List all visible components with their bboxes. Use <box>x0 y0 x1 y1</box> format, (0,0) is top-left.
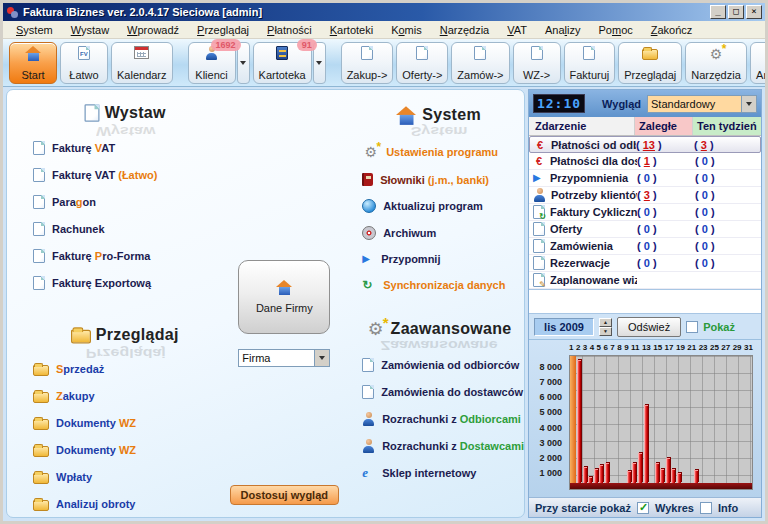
link-aktualizuj-program[interactable]: Aktualizuj program <box>362 199 524 213</box>
link-dokumenty-wz[interactable]: Dokumenty WZ <box>33 416 226 430</box>
link-fakturę-vat[interactable]: Fakturę VAT <box>33 141 226 155</box>
link-rachunek[interactable]: Rachunek <box>33 222 226 236</box>
toolbar-button-klienci[interactable]: Klienci1692 <box>188 42 236 84</box>
event-row-oferty[interactable]: Oferty( 0 )( 0 ) <box>529 221 761 238</box>
zalegle-count: ( 0 ) <box>637 223 695 235</box>
column-header-ten-tydzien[interactable]: Ten tydzień <box>693 117 761 135</box>
client-icon <box>533 188 546 202</box>
toolbar-button-wz[interactable]: WZ-> <box>513 42 561 84</box>
link-sklep-internetowy[interactable]: Sklep internetowy <box>362 466 524 479</box>
event-row-płatności-dla-dostawcy[interactable]: Płatności dla dostawcy( 1 )( 0 ) <box>529 153 761 170</box>
link-fakturę-pro-forma[interactable]: Fakturę Pro-Forma <box>33 249 226 263</box>
menu-item-kartoteki[interactable]: Kartoteki <box>321 23 382 37</box>
link-synchronizacja-danych[interactable]: Synchronizacja danych <box>362 278 524 292</box>
link-label: Fakturę Exportową <box>52 277 151 289</box>
event-row-faktury-cykliczne[interactable]: Faktury Cykliczne( 0 )( 0 ) <box>529 204 761 221</box>
cyclic-doc-icon <box>533 205 545 219</box>
toolbar-button-label: Narzędzia <box>691 69 741 81</box>
x-tick-label: 27 <box>721 343 730 352</box>
link-fakturę-vat-łatwo[interactable]: Fakturę VAT (Łatwo) <box>33 168 226 182</box>
menu-item-vat[interactable]: VAT <box>498 23 536 37</box>
link-wpłaty[interactable]: Wpłaty <box>33 470 226 484</box>
spinner-down-icon[interactable]: ▼ <box>599 327 612 336</box>
pokaz-checkbox[interactable] <box>686 321 698 333</box>
ten-tydzien-count: ( 3 ) <box>694 139 758 151</box>
info-checkbox[interactable] <box>700 502 712 514</box>
toolbar-button-fakturuj[interactable]: Fakturuj <box>564 42 616 84</box>
event-row-płatności-od-odbiorcy[interactable]: Płatności od odbiorcy( 13 )( 3 ) <box>529 136 761 153</box>
x-tick-label: 6 <box>603 343 607 352</box>
menu-item-komis[interactable]: Komis <box>382 23 431 37</box>
event-row-zamówienia[interactable]: Zamówienia( 0 )( 0 ) <box>529 238 761 255</box>
link-zamówienia-do-dostawców[interactable]: Zamówienia do dostawców <box>362 385 524 399</box>
close-button[interactable]: × <box>746 5 762 19</box>
link-przypomnij[interactable]: Przypomnij <box>362 253 524 265</box>
month-spinner-value[interactable]: lis 2009 <box>534 318 594 336</box>
toolbar-button-start[interactable]: Start <box>9 42 57 84</box>
event-row-potrzeby-klientów[interactable]: Potrzeby klientów( 3 )( 0 ) <box>529 187 761 204</box>
x-tick-label: 23 <box>699 343 708 352</box>
column-header-zdarzenie[interactable]: Zdarzenie <box>529 117 635 135</box>
maximize-button[interactable]: □ <box>728 5 744 19</box>
chevron-down-icon[interactable] <box>741 96 756 112</box>
event-row-rezerwacje[interactable]: Rezerwacje( 0 )( 0 ) <box>529 255 761 272</box>
toolbar-button-zakup[interactable]: Zakup-> <box>341 42 394 84</box>
ie-icon <box>362 466 375 479</box>
link-zakupy[interactable]: Zakupy <box>33 389 226 403</box>
link-label: Paragon <box>52 196 96 208</box>
x-tick-label: 25 <box>710 343 719 352</box>
month-spinner-buttons[interactable]: ▲▼ <box>599 318 612 336</box>
minimize-button[interactable]: _ <box>710 5 726 19</box>
toolbar-button-oferty[interactable]: Oferty-> <box>396 42 448 84</box>
doc-icon <box>361 46 373 60</box>
invoice-doc-icon <box>78 46 90 60</box>
dostosuj-wyglad-button[interactable]: Dostosuj wygląd <box>230 485 339 505</box>
link-label: Fakturę VAT (Łatwo) <box>52 169 157 181</box>
refresh-button[interactable]: Odśwież <box>617 317 681 337</box>
link-fakturę-exportową[interactable]: Fakturę Exportową <box>33 276 226 290</box>
toolbar-button-analizy[interactable]: Analizy <box>750 42 768 84</box>
menu-item-płatności[interactable]: Płatności <box>258 23 321 37</box>
event-row-zaplanowane-wizyty[interactable]: Zaplanowane wizyty <box>529 272 761 289</box>
firma-select[interactable]: Firma <box>238 349 330 367</box>
link-sprzedaż[interactable]: Sprzedaż <box>33 362 226 376</box>
menu-item-wprowadź[interactable]: Wprowadź <box>118 23 188 37</box>
toolbar-group-start: Start <box>9 42 57 84</box>
y-tick-label: 4 000 <box>539 423 562 433</box>
menu-item-analizy[interactable]: Analizy <box>536 23 589 37</box>
menu-item-pomoc[interactable]: Pomoc <box>590 23 642 37</box>
link-rozrachunki-z-odbiorcami[interactable]: Rozrachunki z Odbiorcami <box>362 412 524 426</box>
link-ustawienia-programu[interactable]: Ustawienia programu <box>362 144 524 160</box>
menu-item-system[interactable]: System <box>7 23 62 37</box>
link-zamówienia-od-odbiorców[interactable]: Zamówienia od odbiorców <box>362 358 524 372</box>
home-icon <box>275 280 293 295</box>
toolbar-button-przeglądaj[interactable]: Przeglądaj <box>618 42 682 84</box>
dane-firmy-button[interactable]: Dane Firmy <box>238 260 330 334</box>
section-title-reflection: Wystaw <box>25 124 226 138</box>
wykres-checkbox[interactable] <box>637 502 649 514</box>
event-row-przypomnienia[interactable]: Przypomnienia( 0 )( 0 ) <box>529 170 761 187</box>
menu-item-zakończ[interactable]: Zakończ <box>642 23 702 37</box>
menu-item-narzędzia[interactable]: Narzędzia <box>431 23 499 37</box>
menu-item-wystaw[interactable]: Wystaw <box>62 23 118 37</box>
link-dokumenty-wz[interactable]: Dokumenty WZ <box>33 443 226 457</box>
link-label: Słowniki (j.m., banki) <box>380 174 489 186</box>
chevron-down-icon[interactable] <box>314 350 329 366</box>
column-header-zalegle[interactable]: Zaległe <box>635 117 693 135</box>
wyglad-select[interactable]: Standardowy <box>647 95 757 113</box>
toolbar-button-zamów[interactable]: Zamów-> <box>451 42 509 84</box>
link-słowniki-j-m-banki[interactable]: Słowniki (j.m., banki) <box>362 173 524 186</box>
spinner-up-icon[interactable]: ▲ <box>599 318 612 327</box>
link-archiwum[interactable]: Archiwum <box>362 226 524 240</box>
link-analizuj-obroty[interactable]: Analizuj obroty <box>33 497 226 511</box>
event-label: Faktury Cykliczne <box>550 206 637 218</box>
count-badge: 91 <box>297 39 317 51</box>
link-rozrachunki-z-dostawcami[interactable]: Rozrachunki z Dostawcami <box>362 439 524 453</box>
toolbar-button-łatwo[interactable]: Łatwo <box>60 42 108 84</box>
toolbar-button-kalendarz[interactable]: Kalendarz <box>111 42 173 84</box>
sync-icon <box>362 278 376 292</box>
link-paragon[interactable]: Paragon <box>33 195 226 209</box>
menu-item-przeglądaj[interactable]: Przeglądaj <box>188 23 258 37</box>
toolbar-button-kartoteka[interactable]: Kartoteka91 <box>253 42 312 84</box>
toolbar-button-narzędzia[interactable]: Narzędzia <box>685 42 747 84</box>
